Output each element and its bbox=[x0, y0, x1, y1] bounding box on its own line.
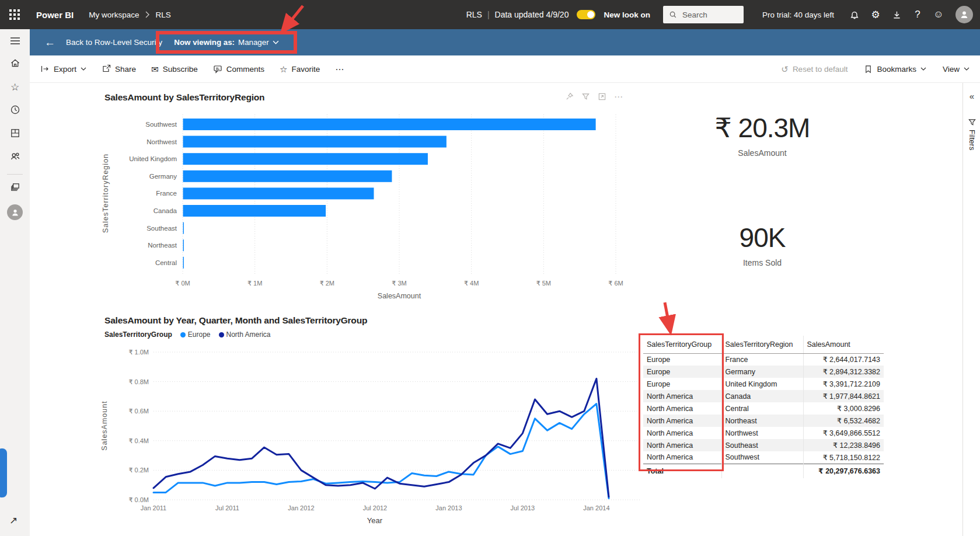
table-row[interactable]: North AmericaSouthwest₹ 5,718,150.8122 bbox=[643, 451, 884, 464]
chevron-down-icon bbox=[273, 40, 279, 44]
share-button[interactable]: Share bbox=[102, 64, 136, 74]
total-spacer bbox=[721, 464, 803, 478]
bar-central[interactable] bbox=[183, 257, 184, 269]
search-input[interactable] bbox=[681, 10, 734, 20]
bar-northeast[interactable] bbox=[183, 239, 184, 251]
export-button[interactable]: Export bbox=[40, 64, 86, 74]
bar-southwest[interactable] bbox=[183, 119, 596, 130]
bar-northwest[interactable] bbox=[183, 136, 447, 148]
column-header-salesterritoryregion[interactable]: SalesTerritoryRegion bbox=[721, 336, 803, 353]
x-axis-tick-label: Jul 2011 bbox=[215, 504, 239, 511]
app-brand: Power BI bbox=[36, 10, 74, 20]
filters-panel-title: Filters bbox=[968, 130, 976, 150]
notifications-button[interactable] bbox=[848, 8, 861, 21]
focus-mode-button[interactable] bbox=[598, 92, 606, 101]
x-axis-tick-label: Jan 2012 bbox=[288, 504, 314, 511]
bar-united-kingdom[interactable] bbox=[183, 153, 428, 165]
table-row[interactable]: North AmericaNorthwest₹ 3,649,866.5512 bbox=[643, 427, 884, 439]
expand-filters-button[interactable]: « bbox=[965, 89, 979, 103]
account-avatar[interactable] bbox=[955, 6, 973, 23]
bar-southeast[interactable] bbox=[183, 222, 184, 234]
bookmarks-button[interactable]: Bookmarks bbox=[864, 65, 926, 74]
sidebar-item-apps[interactable] bbox=[0, 126, 30, 141]
card-items-sold[interactable]: 90K Items Sold bbox=[698, 222, 826, 267]
table-cell: North America bbox=[643, 451, 721, 464]
table-row[interactable]: North AmericaNortheast₹ 6,532.4682 bbox=[643, 415, 884, 427]
person-icon bbox=[959, 9, 969, 20]
visual-more-options-button[interactable]: ⋯ bbox=[614, 92, 623, 101]
legend-item-europe[interactable]: Europe bbox=[180, 330, 211, 339]
filter-visual-button[interactable] bbox=[581, 92, 590, 101]
table-row[interactable]: North AmericaCentral₹ 3,000.8296 bbox=[643, 402, 884, 415]
sidebar-item-home[interactable] bbox=[0, 55, 30, 71]
view-button[interactable]: View bbox=[943, 65, 969, 74]
export-icon bbox=[40, 64, 50, 74]
more-options-button[interactable]: ⋯ bbox=[335, 65, 344, 74]
sidebar-item-shared[interactable] bbox=[0, 149, 30, 164]
bar-france[interactable] bbox=[183, 187, 374, 199]
favorite-button[interactable]: ☆ Favorite bbox=[280, 65, 320, 74]
table-cell: North America bbox=[643, 390, 721, 402]
table-row[interactable]: EuropeFrance₹ 2,644,017.7143 bbox=[643, 353, 884, 366]
x-axis-tick-label: Jan 2014 bbox=[583, 504, 609, 511]
table-total-row: Total₹ 20,297,676.6363 bbox=[643, 464, 884, 478]
sidebar-item-workspaces[interactable] bbox=[0, 180, 30, 195]
legend-item-north-america[interactable]: North America bbox=[219, 330, 271, 339]
table-row[interactable]: North AmericaCanada₹ 1,977,844.8621 bbox=[643, 390, 884, 402]
table-row[interactable]: North AmericaSoutheast₹ 12,238.8496 bbox=[643, 439, 884, 451]
bar-canada[interactable] bbox=[183, 205, 326, 217]
table-row[interactable]: EuropeUnited Kingdom₹ 3,391,712.2109 bbox=[643, 378, 884, 390]
expand-sidebar-button[interactable]: ↗ bbox=[6, 514, 21, 527]
subscribe-button[interactable]: ✉ Subscribe bbox=[151, 65, 198, 74]
smiley-icon: ☺ bbox=[933, 9, 943, 20]
app-launcher-button[interactable] bbox=[0, 0, 29, 29]
export-label: Export bbox=[54, 65, 76, 74]
line-series-north-america[interactable] bbox=[154, 379, 609, 497]
column-header-salesterritorygroup[interactable]: SalesTerritoryGroup bbox=[643, 336, 721, 353]
line-chart-title: SalesAmount by Year, Quarter, Month and … bbox=[100, 311, 648, 326]
line-chart-legend: SalesTerritoryGroupEuropeNorth America bbox=[104, 330, 648, 339]
x-axis-tick-label: ₹ 1M bbox=[247, 280, 262, 287]
bar-chart-plot: ₹ 0M₹ 1M₹ 2M₹ 3M₹ 4M₹ 5M₹ 6MSouthwestNor… bbox=[100, 105, 626, 304]
sidebar-item-my-workspace[interactable] bbox=[7, 204, 23, 220]
table-row[interactable]: EuropeGermany₹ 2,894,312.3382 bbox=[643, 366, 884, 378]
share-icon bbox=[102, 64, 111, 74]
table-cell: ₹ 2,644,017.7143 bbox=[803, 353, 884, 366]
feedback-button[interactable]: ☺ bbox=[932, 8, 945, 21]
table-cell: North America bbox=[643, 415, 721, 427]
x-axis-tick-label: Jan 2011 bbox=[141, 504, 166, 511]
help-button[interactable]: ? bbox=[911, 8, 924, 21]
new-look-toggle[interactable] bbox=[577, 10, 595, 19]
apps-grid-icon bbox=[10, 128, 20, 138]
category-label: Germany bbox=[149, 173, 177, 180]
x-axis-tick-label: Jul 2012 bbox=[363, 504, 388, 511]
table-cell: Europe bbox=[643, 378, 721, 390]
x-axis-tick-label: ₹ 6M bbox=[608, 280, 623, 287]
people-icon bbox=[10, 151, 20, 162]
column-header-salesamount[interactable]: SalesAmount bbox=[803, 336, 884, 353]
breadcrumb-workspace[interactable]: My workspace bbox=[89, 11, 139, 19]
card-label: Items Sold bbox=[698, 258, 826, 267]
bar-germany[interactable] bbox=[183, 170, 392, 182]
powerbi-report-view: Power BI My workspace RLS RLS | Data upd… bbox=[0, 0, 980, 536]
pin-visual-button[interactable] bbox=[565, 92, 574, 101]
back-button[interactable]: ← bbox=[42, 37, 58, 48]
breadcrumb-report[interactable]: RLS bbox=[155, 11, 170, 19]
waffle-icon bbox=[9, 9, 20, 20]
funnel-icon bbox=[581, 92, 590, 101]
sidebar-item-recent[interactable] bbox=[0, 102, 30, 117]
comments-button[interactable]: Comments bbox=[213, 64, 264, 74]
now-viewing-as-button[interactable]: Now viewing as: Manager bbox=[158, 33, 295, 52]
sidebar-notification-pill[interactable] bbox=[0, 448, 7, 497]
settings-button[interactable]: ⚙ bbox=[869, 8, 882, 21]
reset-to-default-button[interactable]: ↺ Reset to default bbox=[781, 65, 848, 74]
search-box[interactable] bbox=[663, 6, 744, 23]
sidebar-item-favorites[interactable]: ☆ bbox=[0, 79, 30, 95]
visual-header: ⋯ bbox=[565, 92, 623, 101]
table-header-row: SalesTerritoryGroupSalesTerritoryRegionS… bbox=[643, 336, 884, 353]
card-sales-amount[interactable]: ₹ 20.3M SalesAmount bbox=[698, 112, 826, 158]
download-button[interactable] bbox=[890, 8, 903, 21]
filters-icon-button[interactable] bbox=[965, 115, 979, 129]
bar-chart-visual: SalesAmount by SalesTerritoryRegion ⋯ ₹ … bbox=[100, 88, 626, 305]
nav-menu-button[interactable] bbox=[0, 33, 30, 48]
